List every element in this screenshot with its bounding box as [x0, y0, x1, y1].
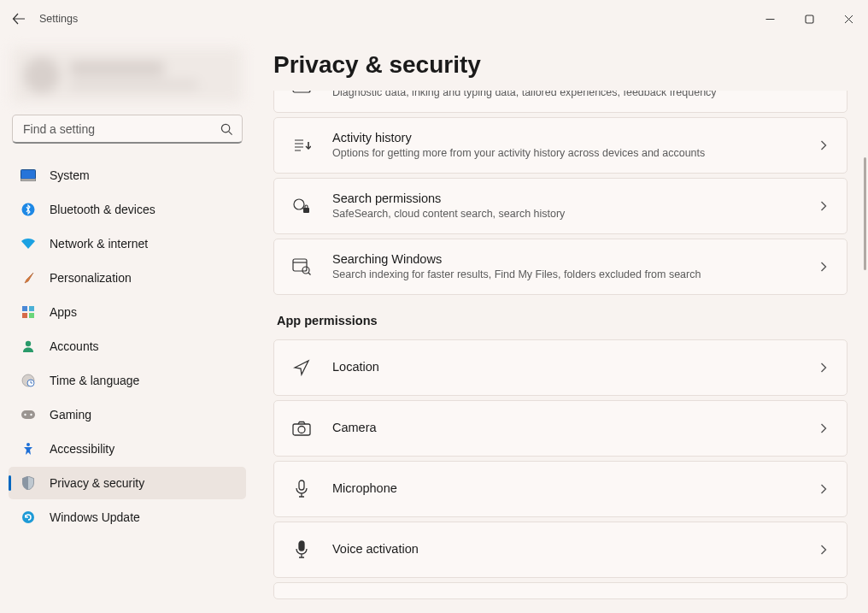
sidebar-item-system[interactable]: System: [9, 159, 246, 192]
heartbeat-icon: [290, 91, 314, 93]
svg-point-13: [24, 414, 26, 416]
sidebar-item-label: Network & internet: [50, 237, 148, 251]
card-subtitle: Options for getting more from your activ…: [332, 146, 816, 160]
person-icon: [21, 339, 36, 354]
svg-rect-12: [21, 410, 35, 419]
card-location[interactable]: Location: [273, 339, 847, 396]
sidebar-item-privacy-security[interactable]: Privacy & security: [9, 467, 246, 499]
svg-point-21: [302, 267, 309, 274]
card-title: Camera: [332, 421, 816, 434]
sidebar-item-label: System: [50, 168, 90, 182]
card-microphone[interactable]: Microphone: [273, 461, 847, 517]
svg-point-14: [30, 414, 32, 416]
card-searching-windows[interactable]: Searching Windows Search indexing for fa…: [273, 239, 847, 295]
profile-email-placeholder: [70, 80, 198, 89]
sidebar-item-label: Accounts: [50, 339, 99, 353]
window-title: Settings: [39, 13, 78, 25]
card-diagnostics-feedback[interactable]: Diagnostics & feedback Diagnostic data, …: [273, 91, 847, 113]
close-button[interactable]: [829, 5, 868, 32]
chevron-right-icon: [816, 140, 831, 150]
brush-icon: [21, 270, 36, 286]
scroll-area[interactable]: Diagnostics & feedback Diagnostic data, …: [273, 91, 847, 613]
update-icon: [21, 510, 36, 525]
bluetooth-icon: [21, 202, 36, 217]
card-title: Activity history: [332, 131, 816, 144]
camera-icon: [290, 421, 314, 436]
sidebar-item-label: Privacy & security: [50, 476, 144, 490]
sidebar-item-accounts[interactable]: Accounts: [9, 330, 246, 362]
card-title: Location: [332, 360, 816, 374]
sidebar-item-gaming[interactable]: Gaming: [9, 398, 246, 431]
sidebar-item-apps[interactable]: Apps: [9, 296, 246, 328]
card-activity-history[interactable]: Activity history Options for getting mor…: [273, 117, 847, 174]
scrollbar-thumb[interactable]: [864, 157, 866, 270]
nav: System Bluetooth & devices Network & int…: [9, 159, 246, 533]
svg-rect-7: [22, 313, 27, 318]
svg-point-23: [298, 427, 305, 433]
minimize-button[interactable]: [750, 5, 789, 32]
avatar: [24, 57, 60, 93]
svg-rect-0: [806, 15, 813, 23]
sidebar-item-time-language[interactable]: Time & language: [9, 364, 246, 397]
svg-rect-17: [293, 91, 310, 92]
card-camera[interactable]: Camera: [273, 400, 847, 457]
sidebar-item-label: Apps: [50, 305, 77, 319]
main: Privacy & security Diagnostics & feedbac…: [253, 38, 868, 613]
chevron-right-icon: [816, 362, 831, 373]
history-icon: [290, 137, 314, 154]
search-window-icon: [290, 258, 314, 275]
svg-rect-20: [293, 259, 307, 271]
chevron-right-icon: [816, 484, 831, 494]
card-subtitle: SafeSearch, cloud content search, search…: [332, 207, 816, 221]
search-button[interactable]: [214, 116, 239, 142]
search-input[interactable]: [12, 115, 243, 144]
section-header-app-permissions: App permissions: [277, 314, 847, 327]
wifi-icon: [21, 236, 36, 251]
sidebar-item-personalization[interactable]: Personalization: [9, 262, 246, 294]
svg-point-18: [294, 199, 304, 209]
svg-rect-25: [299, 541, 304, 551]
svg-rect-19: [303, 208, 309, 213]
card-subtitle: Search indexing for faster results, Find…: [332, 268, 816, 281]
monitor-icon: [21, 168, 36, 183]
accessibility-icon: [21, 441, 36, 457]
back-button[interactable]: [9, 9, 29, 29]
chevron-right-icon: [816, 262, 831, 272]
card-partial-next[interactable]: [273, 582, 847, 599]
svg-point-1: [221, 124, 229, 132]
location-icon: [290, 359, 314, 376]
apps-icon: [21, 304, 36, 320]
maximize-button[interactable]: [789, 5, 829, 32]
microphone-icon: [290, 480, 314, 498]
profile-name-placeholder: [70, 62, 164, 75]
svg-rect-3: [21, 180, 36, 181]
sidebar-item-label: Gaming: [50, 408, 91, 421]
chevron-right-icon: [816, 201, 831, 211]
svg-point-9: [26, 341, 31, 346]
voice-icon: [290, 540, 314, 559]
chevron-right-icon: [816, 423, 831, 433]
sidebar-item-network[interactable]: Network & internet: [9, 227, 246, 260]
svg-rect-24: [299, 480, 304, 490]
svg-rect-8: [29, 313, 34, 318]
sidebar-item-accessibility[interactable]: Accessibility: [9, 433, 246, 465]
svg-rect-2: [21, 170, 36, 180]
sidebar-item-windows-update[interactable]: Windows Update: [9, 501, 246, 533]
svg-rect-5: [22, 306, 27, 311]
card-subtitle: Diagnostic data, inking and typing data,…: [332, 91, 816, 99]
chevron-right-icon: [816, 545, 831, 555]
sidebar: System Bluetooth & devices Network & int…: [0, 38, 253, 613]
card-title: Microphone: [332, 481, 816, 495]
globe-clock-icon: [21, 373, 36, 388]
search-lock-icon: [290, 197, 314, 215]
titlebar: Settings: [0, 0, 868, 38]
sidebar-item-label: Windows Update: [50, 510, 140, 524]
sidebar-item-label: Time & language: [50, 374, 139, 387]
card-title: Search permissions: [332, 192, 816, 205]
card-search-permissions[interactable]: Search permissions SafeSearch, cloud con…: [273, 178, 847, 234]
sidebar-item-bluetooth[interactable]: Bluetooth & devices: [9, 193, 246, 226]
card-voice-activation[interactable]: Voice activation: [273, 522, 847, 578]
sidebar-item-label: Personalization: [50, 271, 132, 285]
profile-card[interactable]: [12, 48, 243, 103]
search-icon: [220, 123, 233, 136]
